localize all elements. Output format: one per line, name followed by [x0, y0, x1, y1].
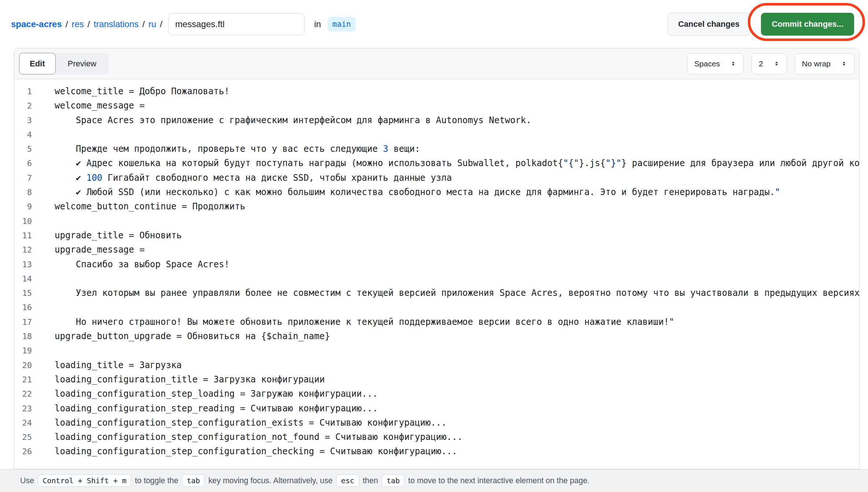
code-line: 3 Space Acres это приложение с графическ…	[14, 113, 859, 128]
branch-badge: main	[328, 17, 356, 32]
line-number: 21	[14, 372, 32, 387]
code-line: 24loading_configuration_step_configurati…	[14, 416, 859, 430]
line-content: welcome_message =	[32, 99, 145, 113]
line-number: 7	[14, 171, 32, 185]
commit-changes-button[interactable]: Commit changes...	[761, 13, 854, 36]
line-content	[32, 300, 55, 315]
in-label: in	[314, 19, 321, 29]
code-line: 14	[14, 272, 859, 286]
code-lines: 1welcome_title = Добро Пожаловать!2welco…	[14, 84, 859, 459]
breadcrumb-separator: /	[160, 19, 162, 29]
breadcrumb-link-res[interactable]: res	[71, 19, 84, 29]
footer-text: key moving focus. Alternatively, use	[209, 476, 333, 485]
kbd-key: tab	[182, 474, 205, 487]
breadcrumb-separator: /	[142, 19, 145, 29]
line-content: loading_configuration_step_configuration…	[32, 444, 457, 459]
file-editor: Edit Preview Spaces 2 No wrap	[14, 48, 860, 469]
code-line: 17 Но ничего страшного! Вы можете обнови…	[14, 315, 859, 329]
line-number: 11	[14, 228, 32, 243]
line-number: 16	[14, 300, 32, 315]
code-line: 2welcome_message =	[14, 99, 859, 113]
line-content: Но ничего страшного! Вы можете обновить …	[32, 315, 674, 329]
tab-edit[interactable]: Edit	[19, 53, 56, 74]
code-line: 12upgrade_message =	[14, 243, 859, 257]
line-number: 19	[14, 344, 32, 358]
footer-message: UseControl + Shift + mto toggle thetabke…	[20, 476, 589, 485]
code-line: 7 ✔ 100 Гигабайт свободного места на дис…	[14, 171, 859, 185]
code-editor-area[interactable]: 1welcome_title = Добро Пожаловать!2welco…	[14, 79, 859, 469]
line-number: 5	[14, 142, 32, 156]
code-line: 10	[14, 214, 859, 228]
code-line: 1welcome_title = Добро Пожаловать!	[14, 84, 859, 99]
line-content: loading_configuration_step_configuration…	[32, 416, 446, 430]
line-number: 22	[14, 387, 32, 401]
kbd-key: esc	[336, 474, 359, 487]
line-number: 26	[14, 444, 32, 459]
code-line: 6 ✔ Адрес кошелька на который будут пост…	[14, 156, 859, 170]
line-content	[32, 128, 55, 142]
line-number: 24	[14, 416, 32, 430]
kbd-key: Control + Shift + m	[38, 474, 131, 487]
line-content: loading_configuration_step_configuration…	[32, 430, 463, 444]
code-line: 13 Спасибо за выбор Space Acres!	[14, 257, 859, 272]
line-number: 9	[14, 199, 32, 214]
edit-preview-tab-group: Edit Preview	[19, 53, 108, 74]
line-number: 8	[14, 185, 32, 199]
code-line: 19	[14, 344, 859, 358]
breadcrumb-link-translations[interactable]: translations	[93, 19, 139, 29]
code-line: 5 Прежде чем продолжить, проверьте что у…	[14, 142, 859, 156]
cancel-changes-button[interactable]: Cancel changes	[667, 13, 750, 36]
line-content: loading_title = Загрузка	[32, 358, 182, 372]
code-line: 16	[14, 300, 859, 315]
breadcrumb-repo-link[interactable]: space-acres	[11, 19, 62, 29]
line-content: Прежде чем продолжить, проверьте что у в…	[32, 142, 420, 156]
footer-text: to move to the next interactive element …	[408, 476, 590, 485]
header-actions: Cancel changes Commit changes...	[667, 13, 854, 36]
line-number: 2	[14, 99, 32, 113]
line-number: 25	[14, 430, 32, 444]
updown-caret-icon	[730, 60, 736, 67]
file-editor-header: space-acres / res / translations / ru / …	[0, 0, 868, 48]
code-line: 18upgrade_button_upgrade = Обновиться на…	[14, 329, 859, 344]
code-line: 9welcome_button_continue = Продолжить	[14, 199, 859, 214]
line-content: Спасибо за выбор Space Acres!	[32, 257, 229, 272]
breadcrumb-link-ru[interactable]: ru	[148, 19, 156, 29]
line-number: 17	[14, 315, 32, 329]
line-content	[32, 214, 55, 228]
indent-mode-value: Spaces	[694, 59, 720, 68]
line-number: 14	[14, 272, 32, 286]
kbd-key: tab	[382, 474, 404, 487]
line-number: 6	[14, 156, 32, 170]
footer-text: to toggle the	[135, 476, 178, 485]
indent-size-value: 2	[759, 59, 763, 68]
code-line: 23loading_configuration_step_reading = С…	[14, 401, 859, 416]
line-number: 23	[14, 401, 32, 416]
line-content: loading_configuration_step_reading = Счи…	[32, 401, 378, 416]
line-content: upgrade_message =	[32, 243, 145, 257]
tab-preview[interactable]: Preview	[56, 53, 108, 74]
line-number: 1	[14, 84, 32, 99]
footer-text: then	[363, 476, 378, 485]
line-number: 15	[14, 286, 32, 300]
line-content: upgrade_button_upgrade = Обновиться на {…	[32, 329, 330, 344]
line-content	[32, 344, 55, 358]
line-number: 4	[14, 128, 32, 142]
filename-input[interactable]	[168, 13, 305, 35]
line-number: 10	[14, 214, 32, 228]
line-number: 18	[14, 329, 32, 344]
line-content: Space Acres это приложение с графическим…	[32, 113, 531, 128]
line-content	[32, 272, 55, 286]
wrap-mode-select[interactable]: No wrap	[795, 53, 854, 74]
breadcrumb-separator: /	[66, 19, 68, 29]
updown-caret-icon	[773, 60, 780, 67]
line-number: 13	[14, 257, 32, 272]
editor-settings: Spaces 2 No wrap	[687, 53, 854, 74]
line-number: 12	[14, 243, 32, 257]
indent-mode-select[interactable]: Spaces	[687, 53, 744, 74]
line-number: 3	[14, 113, 32, 128]
indent-size-select[interactable]: 2	[751, 53, 787, 74]
line-content: Узел которым вы ранее управляли более не…	[32, 286, 859, 300]
wrap-mode-value: No wrap	[802, 59, 831, 68]
updown-caret-icon	[841, 60, 847, 67]
line-content: welcome_title = Добро Пожаловать!	[32, 84, 229, 99]
